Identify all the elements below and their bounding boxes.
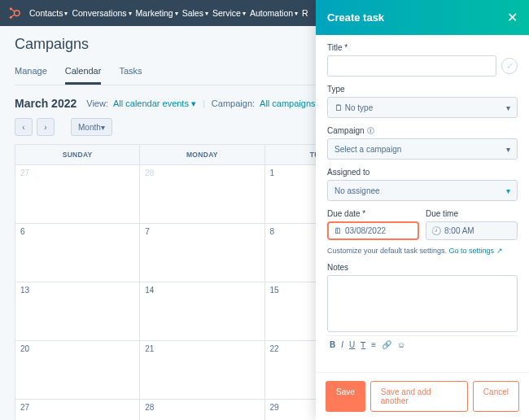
panel-header: Create task ✕ [316,0,529,35]
calendar-cell[interactable]: 13 [15,282,140,341]
calendar-cell[interactable]: 28 [140,400,264,420]
hubspot-logo [7,6,21,20]
nav-automation[interactable]: Automation▾ [249,7,299,20]
day-header: MONDAY [140,145,264,165]
due-time-input[interactable]: 🕗 8:00 AM [426,221,518,240]
nav-r[interactable]: R [301,7,309,20]
save-add-another-button[interactable]: Save and add another [370,381,468,412]
cancel-button[interactable]: Cancel [473,381,519,412]
calendar-cell[interactable]: 6 [15,224,140,282]
panel-title: Create task [327,11,384,24]
campaign-select[interactable]: Select a campaign ▾ [327,138,518,160]
calendar-cell[interactable]: 14 [140,282,264,341]
chevron-down-icon: ▾ [506,145,510,154]
assigned-select[interactable]: No assignee ▾ [327,180,518,201]
due-date-input[interactable]: 🗓 03/08/2022 [327,221,419,240]
day-header: SUNDAY [15,145,140,165]
tab-tasks[interactable]: Tasks [119,61,142,85]
panel-footer: Save Save and add another Cancel [316,372,529,420]
chevron-down-icon: ▾ [506,103,510,112]
title-label: Title * [327,43,518,52]
calendar-icon: 🗓 [334,226,342,235]
close-icon[interactable]: ✕ [507,10,518,25]
tab-manage[interactable]: Manage [15,61,47,85]
nav-conversations[interactable]: Conversations▾ [71,7,132,20]
customize-text: Customize your default task settings. Go… [327,247,518,255]
calendar-cell[interactable]: 27 [15,165,140,224]
nav-marketing[interactable]: Marketing▾ [135,7,179,20]
campaign-label: Campaign: [212,98,255,108]
bold-icon[interactable]: B [330,340,335,349]
chevron-down-icon: ▾ [506,186,510,195]
nav-sales[interactable]: Sales▾ [181,7,209,20]
clock-icon: 🕗 [431,226,441,235]
type-select[interactable]: 🗒 No type ▾ [327,97,518,118]
events-filter[interactable]: All calendar events ▾ [113,98,196,109]
title-input[interactable] [327,55,496,77]
campaign-label-panel: Campaign i [327,126,518,135]
bullet-list-icon[interactable]: ≡ [371,340,376,349]
calendar-cell[interactable]: 20 [15,341,140,400]
calendar-cell[interactable]: 27 [15,400,140,420]
notes-label: Notes [327,263,518,272]
notes-textarea[interactable] [327,275,518,332]
check-icon: ✓ [501,58,518,74]
clipboard-icon: 🗒 [334,103,343,112]
text-color-icon[interactable]: T̲ [361,340,365,349]
prev-month-button[interactable]: ‹ [15,118,33,136]
calendar-cell[interactable]: 28 [140,165,264,224]
tab-calendar[interactable]: Calendar [65,61,102,85]
campaign-filter[interactable]: All campaigns ▾ [260,98,323,109]
view-label: View: [86,98,108,108]
svg-line-4 [11,15,15,18]
info-icon: i [367,127,374,134]
current-month: March 2022 [15,97,77,110]
italic-icon[interactable]: I [341,340,343,349]
due-date-label: Due date * [327,209,419,218]
emoji-icon[interactable]: ☺ [397,340,405,349]
calendar-cell[interactable]: 7 [140,224,264,282]
due-time-label: Due time [426,209,518,218]
create-task-panel: Create task ✕ Title * ✓ Type 🗒 No type ▾… [316,0,529,420]
underline-icon[interactable]: U [349,340,355,349]
nav-service[interactable]: Service▾ [212,7,247,20]
next-month-button[interactable]: › [37,118,55,136]
nav-contacts[interactable]: Contacts▾ [28,7,68,20]
calendar-cell[interactable]: 21 [140,341,264,400]
save-button[interactable]: Save [326,381,365,412]
go-to-settings-link[interactable]: Go to settings ↗ [449,247,503,255]
type-label: Type [327,85,518,94]
month-view-button[interactable]: Month ▾ [71,118,112,136]
svg-line-3 [11,9,15,12]
format-toolbar: B I U T̲ ≡ 🔗 ☺ [327,335,518,353]
link-icon[interactable]: 🔗 [382,340,391,349]
assigned-label: Assigned to [327,168,518,177]
